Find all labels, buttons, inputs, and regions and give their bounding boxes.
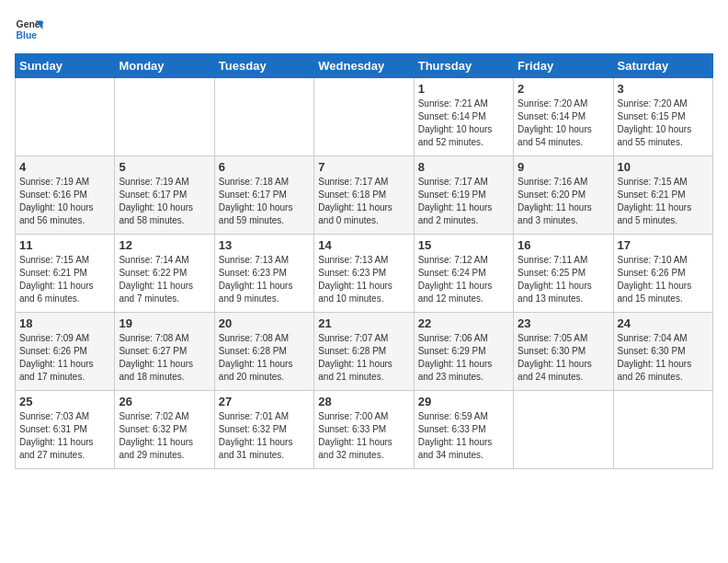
- calendar-cell: 7Sunrise: 7:17 AMSunset: 6:18 PMDaylight…: [314, 156, 414, 235]
- calendar-cell: [115, 78, 214, 156]
- day-number: 11: [19, 238, 110, 252]
- day-info: Sunrise: 7:13 AMSunset: 6:23 PMDaylight:…: [219, 254, 310, 305]
- calendar-cell: 10Sunrise: 7:15 AMSunset: 6:21 PMDayligh…: [613, 156, 712, 235]
- day-info: Sunrise: 7:03 AMSunset: 6:31 PMDaylight:…: [19, 410, 110, 462]
- calendar-cell: 21Sunrise: 7:07 AMSunset: 6:28 PMDayligh…: [314, 313, 414, 391]
- day-info: Sunrise: 7:00 AMSunset: 6:33 PMDaylight:…: [318, 410, 409, 462]
- day-number: 5: [119, 160, 210, 174]
- calendar-cell: 3Sunrise: 7:20 AMSunset: 6:15 PMDaylight…: [613, 78, 712, 156]
- day-number: 22: [418, 316, 509, 330]
- calendar-cell: 6Sunrise: 7:18 AMSunset: 6:17 PMDaylight…: [214, 156, 313, 235]
- day-info: Sunrise: 7:13 AMSunset: 6:23 PMDaylight:…: [318, 254, 409, 305]
- day-number: 21: [318, 316, 409, 330]
- calendar-cell: 23Sunrise: 7:05 AMSunset: 6:30 PMDayligh…: [514, 313, 613, 391]
- day-info: Sunrise: 7:15 AMSunset: 6:21 PMDaylight:…: [618, 176, 709, 227]
- day-number: 10: [618, 160, 709, 174]
- calendar-cell: 13Sunrise: 7:13 AMSunset: 6:23 PMDayligh…: [214, 235, 313, 313]
- day-info: Sunrise: 7:20 AMSunset: 6:15 PMDaylight:…: [618, 98, 709, 149]
- weekday-header-monday: Monday: [115, 54, 214, 78]
- day-number: 18: [19, 316, 110, 330]
- day-info: Sunrise: 7:05 AMSunset: 6:30 PMDaylight:…: [518, 332, 609, 384]
- day-number: 23: [518, 316, 609, 330]
- weekday-header-saturday: Saturday: [613, 54, 712, 78]
- day-number: 26: [119, 395, 210, 408]
- calendar-cell: 28Sunrise: 7:00 AMSunset: 6:33 PMDayligh…: [314, 391, 414, 469]
- day-info: Sunrise: 7:07 AMSunset: 6:28 PMDaylight:…: [318, 332, 409, 384]
- logo: General Blue: [15, 15, 44, 44]
- day-info: Sunrise: 7:11 AMSunset: 6:25 PMDaylight:…: [518, 254, 609, 305]
- day-number: 29: [418, 395, 509, 408]
- day-info: Sunrise: 7:01 AMSunset: 6:32 PMDaylight:…: [219, 410, 310, 462]
- weekday-header-thursday: Thursday: [414, 54, 513, 78]
- calendar-cell: 9Sunrise: 7:16 AMSunset: 6:20 PMDaylight…: [514, 156, 613, 235]
- day-info: Sunrise: 7:02 AMSunset: 6:32 PMDaylight:…: [119, 410, 210, 462]
- day-info: Sunrise: 7:16 AMSunset: 6:20 PMDaylight:…: [518, 176, 609, 227]
- day-number: 28: [318, 395, 409, 408]
- day-info: Sunrise: 7:18 AMSunset: 6:17 PMDaylight:…: [219, 176, 310, 227]
- calendar-cell: [514, 391, 613, 469]
- day-info: Sunrise: 6:59 AMSunset: 6:33 PMDaylight:…: [418, 410, 509, 462]
- day-number: 17: [618, 238, 709, 252]
- day-number: 25: [19, 395, 110, 408]
- day-info: Sunrise: 7:09 AMSunset: 6:26 PMDaylight:…: [19, 332, 110, 384]
- calendar-cell: 14Sunrise: 7:13 AMSunset: 6:23 PMDayligh…: [314, 235, 414, 313]
- day-info: Sunrise: 7:10 AMSunset: 6:26 PMDaylight:…: [618, 254, 709, 305]
- calendar-cell: 25Sunrise: 7:03 AMSunset: 6:31 PMDayligh…: [16, 391, 115, 469]
- day-info: Sunrise: 7:19 AMSunset: 6:17 PMDaylight:…: [119, 176, 210, 227]
- day-info: Sunrise: 7:19 AMSunset: 6:16 PMDaylight:…: [19, 176, 110, 227]
- day-info: Sunrise: 7:14 AMSunset: 6:22 PMDaylight:…: [119, 254, 210, 305]
- day-number: 14: [318, 238, 409, 252]
- day-number: 4: [19, 160, 110, 174]
- day-number: 6: [219, 160, 310, 174]
- day-number: 12: [119, 238, 210, 252]
- calendar-cell: 4Sunrise: 7:19 AMSunset: 6:16 PMDaylight…: [16, 156, 115, 235]
- day-info: Sunrise: 7:04 AMSunset: 6:30 PMDaylight:…: [618, 332, 709, 384]
- day-info: Sunrise: 7:12 AMSunset: 6:24 PMDaylight:…: [418, 254, 509, 305]
- day-number: 13: [219, 238, 310, 252]
- day-info: Sunrise: 7:20 AMSunset: 6:14 PMDaylight:…: [518, 98, 609, 149]
- day-number: 15: [418, 238, 509, 252]
- weekday-header-tuesday: Tuesday: [214, 54, 313, 78]
- calendar-cell: 2Sunrise: 7:20 AMSunset: 6:14 PMDaylight…: [514, 78, 613, 156]
- day-info: Sunrise: 7:17 AMSunset: 6:18 PMDaylight:…: [318, 176, 409, 227]
- logo-icon: General Blue: [15, 15, 44, 44]
- day-info: Sunrise: 7:06 AMSunset: 6:29 PMDaylight:…: [418, 332, 509, 384]
- calendar-cell: 12Sunrise: 7:14 AMSunset: 6:22 PMDayligh…: [115, 235, 214, 313]
- weekday-header-wednesday: Wednesday: [314, 54, 414, 78]
- svg-text:Blue: Blue: [17, 30, 38, 40]
- day-number: 1: [418, 82, 509, 96]
- calendar-cell: 5Sunrise: 7:19 AMSunset: 6:17 PMDaylight…: [115, 156, 214, 235]
- calendar-cell: 17Sunrise: 7:10 AMSunset: 6:26 PMDayligh…: [613, 235, 712, 313]
- calendar-cell: [314, 78, 414, 156]
- calendar-cell: [613, 391, 712, 469]
- day-info: Sunrise: 7:17 AMSunset: 6:19 PMDaylight:…: [418, 176, 509, 227]
- calendar-cell: 18Sunrise: 7:09 AMSunset: 6:26 PMDayligh…: [16, 313, 115, 391]
- calendar-cell: 16Sunrise: 7:11 AMSunset: 6:25 PMDayligh…: [514, 235, 613, 313]
- calendar-cell: 11Sunrise: 7:15 AMSunset: 6:21 PMDayligh…: [16, 235, 115, 313]
- day-info: Sunrise: 7:08 AMSunset: 6:28 PMDaylight:…: [219, 332, 310, 384]
- calendar-cell: 15Sunrise: 7:12 AMSunset: 6:24 PMDayligh…: [414, 235, 513, 313]
- calendar-cell: 22Sunrise: 7:06 AMSunset: 6:29 PMDayligh…: [414, 313, 513, 391]
- day-number: 7: [318, 160, 409, 174]
- day-number: 20: [219, 316, 310, 330]
- calendar-cell: 27Sunrise: 7:01 AMSunset: 6:32 PMDayligh…: [214, 391, 313, 469]
- calendar-table: SundayMondayTuesdayWednesdayThursdayFrid…: [15, 53, 713, 469]
- calendar-cell: 20Sunrise: 7:08 AMSunset: 6:28 PMDayligh…: [214, 313, 313, 391]
- calendar-cell: 24Sunrise: 7:04 AMSunset: 6:30 PMDayligh…: [613, 313, 712, 391]
- calendar-cell: 29Sunrise: 6:59 AMSunset: 6:33 PMDayligh…: [414, 391, 513, 469]
- calendar-cell: [16, 78, 115, 156]
- day-number: 24: [618, 316, 709, 330]
- day-number: 16: [518, 238, 609, 252]
- day-info: Sunrise: 7:08 AMSunset: 6:27 PMDaylight:…: [119, 332, 210, 384]
- day-number: 2: [518, 82, 609, 96]
- day-number: 9: [518, 160, 609, 174]
- weekday-header-sunday: Sunday: [16, 54, 115, 78]
- page-header: General Blue: [15, 15, 713, 44]
- calendar-cell: 1Sunrise: 7:21 AMSunset: 6:14 PMDaylight…: [414, 78, 513, 156]
- day-info: Sunrise: 7:21 AMSunset: 6:14 PMDaylight:…: [418, 98, 509, 149]
- day-number: 8: [418, 160, 509, 174]
- day-number: 3: [618, 82, 709, 96]
- calendar-cell: 8Sunrise: 7:17 AMSunset: 6:19 PMDaylight…: [414, 156, 513, 235]
- day-number: 19: [119, 316, 210, 330]
- day-info: Sunrise: 7:15 AMSunset: 6:21 PMDaylight:…: [19, 254, 110, 305]
